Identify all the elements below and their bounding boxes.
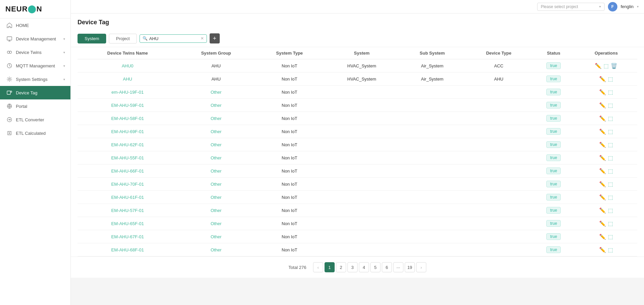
edit-icon[interactable]: ✏️: [599, 168, 606, 174]
sidebar-item-system-settings[interactable]: System Settings ▾: [0, 72, 70, 86]
cell-name[interactable]: em-AHU-19F-01: [78, 86, 178, 99]
copy-icon[interactable]: ⬚: [608, 102, 613, 109]
status-badge: true: [546, 194, 561, 201]
cell-device-type: [465, 164, 532, 178]
cell-name[interactable]: EM-AHU-65F-01: [78, 217, 178, 230]
copy-icon[interactable]: ⬚: [608, 207, 613, 214]
copy-icon[interactable]: ⬚: [608, 128, 613, 135]
cell-group[interactable]: Other: [178, 151, 254, 164]
cell-name[interactable]: EM-AHU-68F-01: [78, 243, 178, 256]
pagination-page-3[interactable]: 3: [347, 262, 358, 272]
cell-name[interactable]: EM-AHU-61F-01: [78, 191, 178, 204]
cell-subsystem: Air_System: [399, 59, 465, 72]
cell-group[interactable]: Other: [178, 86, 254, 99]
cell-name[interactable]: EM-AHU-67F-01: [78, 230, 178, 243]
cell-name[interactable]: EM-AHU-55F-01: [78, 151, 178, 164]
sidebar-item-home[interactable]: HOME: [0, 19, 70, 32]
tab-project[interactable]: Project: [109, 34, 136, 43]
cell-group[interactable]: Other: [178, 125, 254, 138]
cell-name[interactable]: EM-AHU-59F-01: [78, 99, 178, 112]
table-row: EM-AHU-70F-01OtherNon IoTtrue✏️⬚: [78, 178, 637, 191]
edit-icon[interactable]: ✏️: [599, 102, 606, 109]
copy-icon[interactable]: ⬚: [608, 194, 613, 201]
edit-icon[interactable]: ✏️: [599, 128, 606, 135]
sidebar-item-device-management[interactable]: Device Management ▾: [0, 32, 70, 45]
copy-icon[interactable]: ⬚: [604, 63, 609, 69]
copy-icon[interactable]: ⬚: [608, 181, 613, 187]
pagination-page-6[interactable]: 6: [382, 262, 392, 272]
cell-group[interactable]: Other: [178, 204, 254, 217]
copy-icon[interactable]: ⬚: [608, 168, 613, 174]
chevron-down-icon: ▾: [63, 51, 65, 54]
pagination-page-19[interactable]: 19: [405, 262, 415, 272]
device-management-icon: [6, 36, 12, 42]
cell-name[interactable]: EM-AHU-58F-01: [78, 112, 178, 125]
edit-icon[interactable]: ✏️: [599, 155, 606, 161]
cell-operations: ✏️⬚: [575, 125, 637, 138]
cell-group[interactable]: Other: [178, 217, 254, 230]
logo: NEUR⬤N: [0, 0, 70, 19]
edit-icon[interactable]: ✏️: [599, 194, 606, 201]
cell-system: [325, 151, 399, 164]
copy-icon[interactable]: ⬚: [608, 76, 613, 82]
copy-icon[interactable]: ⬚: [608, 220, 613, 227]
cell-subsystem: Air_System: [399, 72, 465, 86]
cell-type: Non IoT: [254, 243, 324, 256]
copy-icon[interactable]: ⬚: [608, 247, 613, 253]
edit-icon[interactable]: ✏️: [599, 115, 606, 122]
sidebar-item-etl-calculated-label: ETL Calculated: [16, 131, 65, 136]
cell-name[interactable]: AHU0: [78, 59, 178, 72]
cell-name[interactable]: AHU: [78, 72, 178, 86]
pagination-page-4[interactable]: 4: [359, 262, 369, 272]
sidebar-item-device-twins[interactable]: Device Twins ▾: [0, 45, 70, 59]
add-button[interactable]: +: [210, 33, 220, 43]
cell-group[interactable]: Other: [178, 138, 254, 151]
edit-icon[interactable]: ✏️: [599, 76, 606, 82]
avatar: F: [608, 2, 617, 11]
sidebar-item-etl-calculated[interactable]: ETL Calculated: [0, 126, 70, 140]
cell-name[interactable]: EM-AHU-62F-01: [78, 138, 178, 151]
cell-group[interactable]: Other: [178, 164, 254, 178]
cell-name[interactable]: EM-AHU-69F-01: [78, 125, 178, 138]
home-icon: [6, 22, 12, 28]
search-input[interactable]: [149, 36, 201, 41]
copy-icon[interactable]: ⬚: [608, 155, 613, 161]
clear-icon[interactable]: ✕: [201, 36, 204, 41]
sidebar-item-etl-converter[interactable]: ETL Converter: [0, 113, 70, 126]
cell-group[interactable]: Other: [178, 243, 254, 256]
search-box: 🔍 ✕: [140, 34, 207, 43]
cell-group[interactable]: Other: [178, 191, 254, 204]
edit-icon[interactable]: ✏️: [599, 181, 606, 187]
project-select[interactable]: Please select project ▾: [537, 3, 605, 11]
edit-icon[interactable]: ✏️: [599, 234, 606, 240]
cell-name[interactable]: EM-AHU-57F-01: [78, 204, 178, 217]
sidebar-item-device-tag[interactable]: Device Tag: [0, 86, 70, 99]
pagination-prev[interactable]: ‹: [313, 262, 323, 272]
copy-icon[interactable]: ⬚: [608, 89, 613, 95]
cell-name[interactable]: EM-AHU-70F-01: [78, 178, 178, 191]
edit-icon[interactable]: ✏️: [595, 63, 602, 69]
copy-icon[interactable]: ⬚: [608, 115, 613, 122]
edit-icon[interactable]: ✏️: [599, 207, 606, 214]
sidebar-item-system-settings-label: System Settings: [16, 77, 63, 82]
edit-icon[interactable]: ✏️: [599, 220, 606, 227]
edit-icon[interactable]: ✏️: [599, 142, 606, 148]
sidebar-item-mqtt[interactable]: MQTT Management ▾: [0, 59, 70, 72]
cell-group[interactable]: Other: [178, 178, 254, 191]
pagination-next[interactable]: ›: [416, 262, 426, 272]
pagination-page-5[interactable]: 5: [370, 262, 380, 272]
delete-icon[interactable]: 🗑️: [611, 63, 617, 69]
edit-icon[interactable]: ✏️: [599, 247, 606, 253]
sidebar-item-portal[interactable]: Portal: [0, 99, 70, 113]
cell-operations: ✏️⬚: [575, 204, 637, 217]
cell-group[interactable]: Other: [178, 99, 254, 112]
copy-icon[interactable]: ⬚: [608, 234, 613, 240]
pagination-page-2[interactable]: 2: [336, 262, 346, 272]
copy-icon[interactable]: ⬚: [608, 142, 613, 148]
pagination-page-1[interactable]: 1: [325, 262, 335, 272]
cell-name[interactable]: EM-AHU-66F-01: [78, 164, 178, 178]
cell-group[interactable]: Other: [178, 230, 254, 243]
tab-system[interactable]: System: [78, 34, 106, 43]
edit-icon[interactable]: ✏️: [599, 89, 606, 95]
cell-group[interactable]: Other: [178, 112, 254, 125]
